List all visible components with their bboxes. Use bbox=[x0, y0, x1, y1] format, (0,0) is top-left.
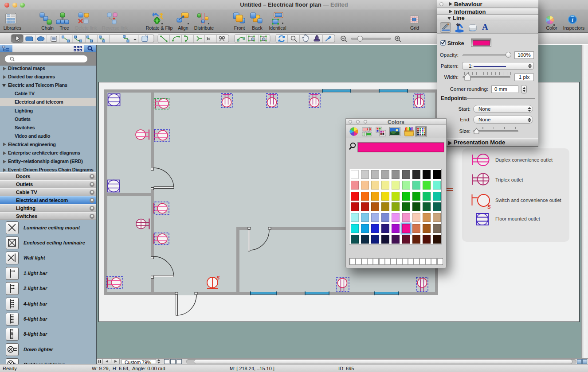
svg-text:S: S bbox=[487, 204, 491, 209]
svg-text:Switch and convenience outlet: Switch and convenience outlet bbox=[495, 197, 561, 202]
svg-text:i: i bbox=[572, 16, 573, 23]
svg-text:Floor mounted outlet: Floor mounted outlet bbox=[495, 216, 540, 221]
svg-text:S: S bbox=[216, 275, 220, 280]
svg-text:Triplex outlet: Triplex outlet bbox=[495, 177, 523, 182]
svg-text:Duplex convenience outlet: Duplex convenience outlet bbox=[495, 157, 553, 162]
